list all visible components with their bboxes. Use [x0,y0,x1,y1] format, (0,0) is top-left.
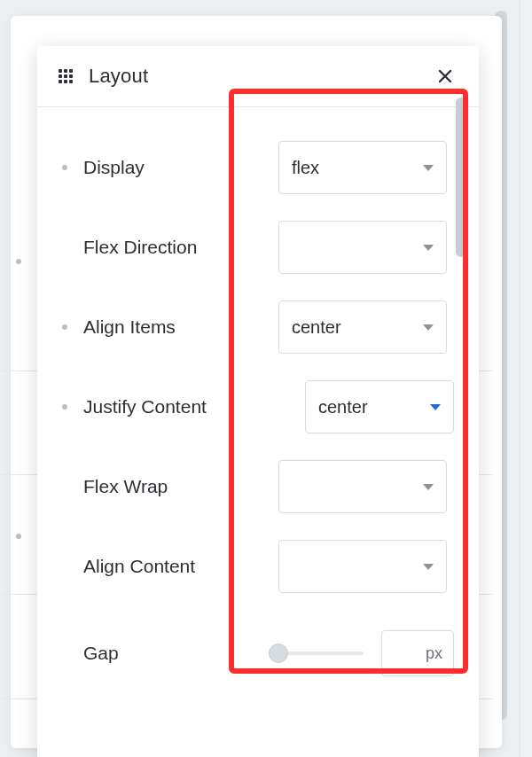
flex-direction-select[interactable] [278,221,447,274]
select-value: flex [292,158,423,178]
gap-unit-select[interactable]: px [381,630,454,676]
row-label: Display [83,157,278,178]
flex-wrap-select[interactable] [278,460,447,513]
panel-header: Layout [37,46,479,107]
chevron-down-icon [423,564,434,570]
row-align-content: Align Content [62,513,454,593]
chevron-down-icon [423,484,434,490]
chevron-down-icon [423,165,434,171]
layout-panel: Layout Display flex Flex Direction [37,46,479,757]
select-value: center [318,397,430,418]
row-label: Flex Direction [83,237,278,258]
row-flex-wrap: Flex Wrap [62,433,454,513]
modified-dot-icon [62,165,67,170]
row-display: Display flex [62,114,454,194]
align-content-select[interactable] [278,540,447,593]
chevron-down-icon [430,404,441,410]
row-justify-content: Justify Content center [62,354,454,433]
bullet-dot-icon [16,534,21,539]
close-icon [436,67,454,85]
chevron-down-icon [423,245,434,251]
grid-icon [59,69,73,83]
display-select[interactable]: flex [278,141,447,194]
bullet-dot-icon [16,259,21,264]
row-label: Flex Wrap [83,476,278,497]
row-gap: Gap px [62,593,454,676]
modified-dot-icon [62,324,67,330]
justify-content-select[interactable]: center [305,380,454,433]
unit-label: px [426,644,442,663]
close-button[interactable] [433,64,458,89]
panel-title: Layout [89,65,148,88]
row-label: Align Items [83,316,278,338]
modified-dot-icon [62,404,67,410]
row-flex-direction: Flex Direction [62,194,454,274]
browser-scrollbar[interactable] [520,0,532,757]
row-label: Align Content [83,556,278,577]
select-value: center [292,317,423,338]
chevron-down-icon [423,324,434,331]
gap-slider[interactable] [278,652,364,655]
row-label: Gap [83,643,278,664]
slider-thumb[interactable] [269,644,288,663]
panel-body: Display flex Flex Direction Align Items … [37,107,479,699]
row-align-items: Align Items center [62,274,454,354]
row-label: Justify Content [83,396,278,418]
align-items-select[interactable]: center [278,300,447,354]
